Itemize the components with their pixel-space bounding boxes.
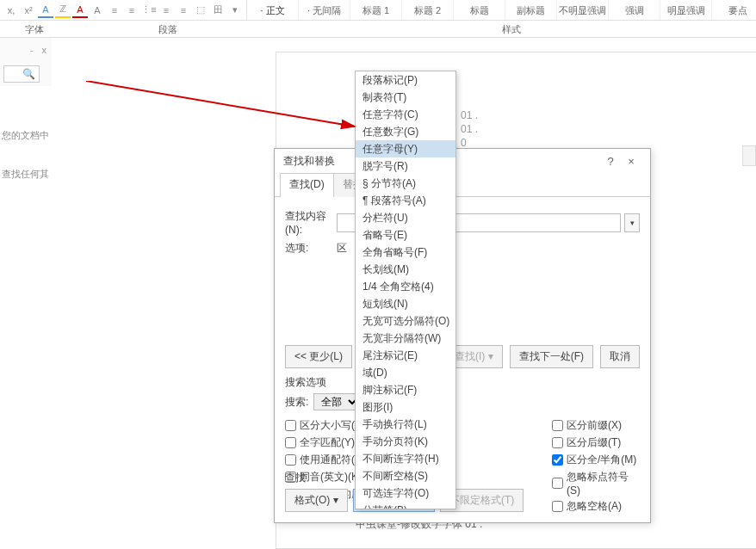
nav-hint-1: 您的文档中 — [2, 129, 49, 142]
dialog-tabs: 查找(D) 替换(P — [275, 173, 650, 197]
dropdown-item[interactable]: 尾注标记(E) — [356, 347, 455, 364]
dialog-close-button[interactable]: × — [621, 155, 641, 168]
dropdown-item[interactable]: 分栏符(U) — [356, 209, 455, 226]
style-title[interactable]: 标题 — [454, 0, 505, 20]
ribbon-label-font: 字体 — [0, 21, 69, 37]
chk-matchcase-label: 区分大小写(H — [300, 418, 363, 433]
style-subtitle[interactable]: 副标题 — [505, 0, 557, 20]
dropdown-item[interactable]: 不间断空格(S) — [356, 467, 455, 484]
indent-icon[interactable]: ≡ — [158, 3, 174, 18]
options-label: 选项: — [285, 241, 318, 256]
font-color-red-icon[interactable]: A — [72, 3, 88, 18]
style-strong[interactable]: 要点 — [712, 0, 756, 20]
dialog-body: 查找内容(N): ▾ 选项: 区 — [275, 196, 650, 268]
chk-wholeword-label: 全字匹配(Y) — [300, 435, 355, 450]
nav-search-input[interactable]: 🔍 — [3, 65, 40, 83]
dialog-action-row: << 更少(L) 项中查找(I) ▾ 查找下一处(F) 取消 — [275, 345, 650, 368]
dropdown-item[interactable]: 脱字号(R) — [356, 157, 455, 175]
search-direction-select[interactable]: 全部 — [313, 393, 360, 410]
dropdown-item[interactable]: ¶ 段落符号(A) — [356, 192, 455, 209]
style-subtle-emphasis[interactable]: 不明显强调 — [557, 0, 609, 20]
dropdown-item[interactable]: 域(D) — [356, 364, 455, 381]
ribbon-styles: · 正文 · 无间隔 标题 1 标题 2 标题 副标题 不明显强调 强调 明显强… — [246, 0, 756, 20]
style-emphasis[interactable]: 强调 — [609, 0, 660, 20]
superscript-icon[interactable]: x² — [21, 3, 36, 18]
char-border-icon[interactable]: A — [90, 3, 105, 18]
dropdown-item[interactable]: 无宽可选分隔符(O) — [356, 312, 455, 330]
style-heading2[interactable]: 标题 2 — [402, 0, 454, 20]
style-heading1[interactable]: 标题 1 — [350, 0, 402, 20]
find-content-dropdown[interactable]: ▾ — [624, 213, 640, 232]
special-format-dropdown: 段落标记(P)制表符(T)任意字符(C)任意数字(G)任意字母(Y)脱字号(R)… — [355, 71, 456, 509]
dropdown-item[interactable]: 段落标记(P) — [356, 71, 455, 89]
dropdown-item[interactable]: 短划线(N) — [356, 295, 455, 312]
options-value: 区 — [337, 241, 347, 256]
find-replace-dialog: 查找和替换 ? × 查找(D) 替换(P 查找内容(N): ▾ 选项: 区 <<… — [274, 148, 651, 523]
tab-find[interactable]: 查找(D) — [280, 173, 334, 197]
numbering-icon[interactable]: ≡ — [124, 3, 139, 18]
nav-hints: 您的文档中 查找任何其 — [0, 103, 49, 181]
dropdown-item[interactable]: 任意数字(G) — [356, 123, 455, 140]
dropdown-item[interactable]: 制表符(T) — [356, 89, 455, 106]
font-color-icon[interactable]: A — [38, 3, 53, 18]
dropdown-item[interactable]: 分节符(B) — [356, 502, 455, 509]
ribbon-label-style: 样式 — [267, 21, 756, 37]
dropdown-item[interactable]: 图形(I) — [356, 398, 455, 416]
search-label: 搜索: — [285, 395, 308, 410]
dialog-footer: 查找 格式(O) ▾ 特殊格式(E) ▾ 不限定格式(T) — [275, 464, 650, 522]
search-icon: 🔍 — [22, 68, 35, 80]
nav-hint-2: 查找任何其 — [2, 168, 49, 181]
dialog-help-button[interactable]: ? — [600, 155, 621, 168]
format-button[interactable]: 格式(O) ▾ — [285, 489, 348, 512]
dropdown-item[interactable]: 任意字母(Y) — [356, 140, 455, 157]
ribbon-row: x, x² A ℤ A A ≡ ≡ ⋮≡ ≡ ≡ ⬚ 田 ▾ · 正文 · 无间… — [0, 0, 756, 21]
chk-wholeword[interactable] — [285, 437, 296, 448]
dropdown-item[interactable]: 任意字符(C) — [356, 106, 455, 123]
chk-right-1[interactable] — [552, 437, 563, 448]
dialog-titlebar: 查找和替换 ? × — [275, 149, 650, 173]
dropdown-item[interactable]: § 分节符(A) — [356, 175, 455, 192]
multilevel-icon[interactable]: ⋮≡ — [141, 3, 157, 18]
search-options-header: 搜索选项 — [275, 368, 650, 393]
spacing-icon[interactable]: ⬚ — [193, 3, 208, 18]
nav-close-icon[interactable]: x — [42, 45, 47, 55]
less-button[interactable]: << 更少(L) — [285, 345, 352, 368]
nav-pane-controls: - x — [0, 38, 52, 62]
dropdown-item[interactable]: 可选连字符(O) — [356, 484, 455, 502]
dropdown-item[interactable]: 脚注标记(F) — [356, 381, 455, 398]
cancel-button[interactable]: 取消 — [600, 345, 640, 368]
chk-right-0-label: 区分前缀(X) — [567, 418, 622, 433]
style-nospacing[interactable]: · 无间隔 — [299, 0, 350, 20]
dropdown-item[interactable]: 手动分页符(K) — [356, 433, 455, 450]
navigation-pane: - x 🔍 — [0, 38, 52, 86]
nav-collapse-icon[interactable]: - — [30, 45, 34, 55]
dropdown-item[interactable]: 长划线(M) — [356, 261, 455, 278]
scroll-up-icon[interactable] — [742, 145, 756, 166]
chk-matchcase[interactable] — [285, 420, 296, 431]
dropdown-item[interactable]: 1/4 全角空格(4) — [356, 278, 455, 295]
dropdown-item[interactable]: 全角省略号(F) — [356, 244, 455, 261]
chk-right-0[interactable] — [552, 420, 563, 431]
dropdown-item[interactable]: 无宽非分隔符(W) — [356, 330, 455, 347]
style-normal[interactable]: · 正文 — [247, 0, 299, 20]
shading-icon[interactable]: ▾ — [227, 3, 243, 18]
dialog-title: 查找和替换 — [283, 154, 335, 169]
chk-right-1-label: 区分后缀(T) — [567, 435, 621, 450]
align-icon[interactable]: ≡ — [176, 3, 191, 18]
search-direction-row: 搜索: 全部 — [275, 393, 650, 416]
page-text-1: 01 . — [461, 109, 478, 121]
subscript-icon[interactable]: x, — [3, 3, 19, 18]
dropdown-item[interactable]: 省略号(E) — [356, 226, 455, 244]
border-icon[interactable]: 田 — [210, 3, 226, 18]
page-text-3: 0 — [461, 137, 467, 149]
find-content-label: 查找内容(N): — [285, 209, 337, 236]
page-text-2: 01 . — [461, 123, 478, 135]
dropdown-item[interactable]: 手动换行符(L) — [356, 416, 455, 433]
dropdown-item[interactable]: 不间断连字符(H) — [356, 450, 455, 467]
ribbon-font-para-icons: x, x² A ℤ A A ≡ ≡ ⋮≡ ≡ ≡ ⬚ 田 ▾ — [0, 0, 246, 20]
bullets-icon[interactable]: ≡ — [107, 3, 122, 18]
find-section-label: 查找 — [285, 471, 640, 485]
find-next-button[interactable]: 查找下一处(F) — [510, 345, 593, 368]
style-intense-emphasis[interactable]: 明显强调 — [660, 0, 712, 20]
highlight-icon[interactable]: ℤ — [55, 3, 71, 18]
